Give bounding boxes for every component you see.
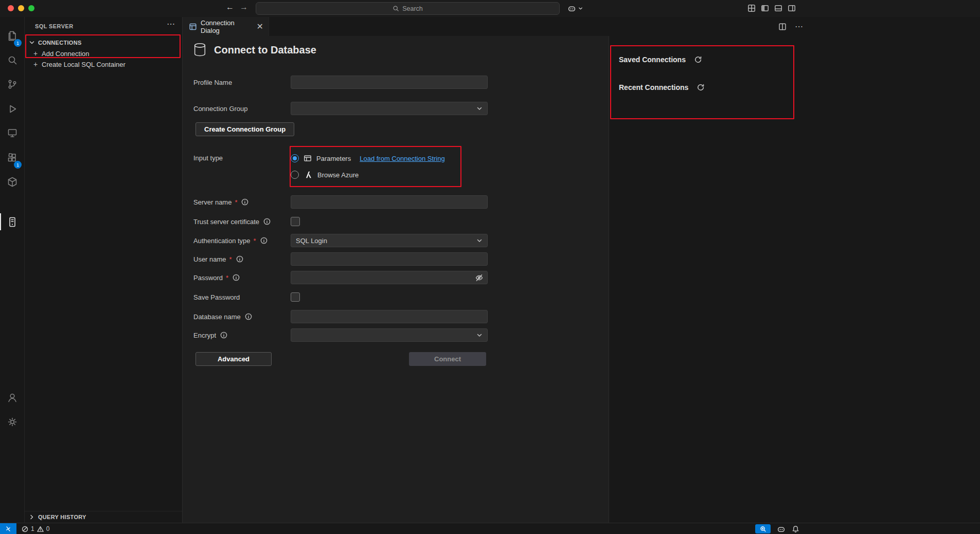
remote-indicator[interactable] (0, 523, 16, 534)
form-row-buttons: Advanced Connect (193, 352, 502, 366)
account-button[interactable] (0, 385, 25, 409)
account-icon (6, 391, 19, 403)
encrypt-select[interactable] (291, 328, 488, 342)
authentication-type-select[interactable]: SQL Login (291, 234, 488, 247)
encrypt-label: Encrypt (193, 328, 291, 342)
refresh-icon[interactable] (697, 83, 705, 91)
more-actions-icon[interactable]: ⋯ (795, 22, 803, 31)
error-count: 1 (31, 525, 34, 532)
connect-button[interactable]: Connect (409, 352, 486, 366)
zoom-in-icon (760, 526, 767, 532)
form-row-database-name: Database name (193, 310, 488, 323)
back-button[interactable]: ← (225, 3, 235, 12)
sidebar-item-search[interactable] (0, 48, 25, 72)
user-name-input[interactable] (291, 252, 488, 266)
page-header: Connect to Database (192, 42, 316, 58)
connections-panel: Saved Connections Recent Connections (609, 36, 980, 523)
authentication-type-label: Authentication type* (193, 234, 291, 247)
customize-layout-icon[interactable] (747, 4, 756, 12)
titlebar: ← → Search (0, 0, 980, 17)
form-row-server-name: Server name* (193, 195, 488, 209)
status-bar-right (755, 523, 799, 534)
azure-icon (304, 170, 313, 179)
search-icon (393, 5, 399, 12)
minimize-window-button[interactable] (18, 5, 24, 11)
create-connection-group-button[interactable]: Create Connection Group (195, 122, 294, 136)
sidebar-item-explorer[interactable]: 1 (0, 24, 25, 48)
zoom-window-button[interactable] (28, 5, 34, 11)
toggle-panel-icon[interactable] (774, 4, 782, 12)
warnings-icon (37, 526, 44, 532)
password-input[interactable] (291, 271, 488, 284)
password-label: Password* (193, 271, 291, 284)
add-connection-label: Add Connection (42, 50, 90, 58)
form-row-authentication-type: Authentication type* SQL Login (193, 234, 488, 247)
connection-group-select[interactable] (291, 102, 488, 115)
toggle-secondary-sidebar-icon[interactable] (788, 4, 796, 12)
info-icon (236, 255, 243, 263)
save-password-checkbox[interactable] (291, 292, 300, 302)
database-name-input[interactable] (291, 310, 488, 323)
refresh-icon[interactable] (694, 56, 702, 64)
copilot-icon[interactable] (777, 525, 786, 533)
server-name-input[interactable] (291, 195, 488, 209)
browse-azure-radio[interactable] (291, 171, 299, 179)
explorer-badge: 1 (14, 39, 22, 47)
create-local-sql-container-item[interactable]: + Create Local SQL Container (25, 59, 182, 70)
tab-connection-dialog[interactable]: Connection Dialog ✕ (183, 17, 269, 36)
connection-dialog-webview: Connect to Database Profile Name Connect… (183, 36, 609, 523)
close-tab-icon[interactable]: ✕ (257, 22, 263, 31)
parameters-radio[interactable] (291, 154, 299, 162)
saved-connections-row: Saved Connections (619, 56, 702, 64)
authentication-type-value: SQL Login (296, 237, 327, 245)
eye-off-icon[interactable] (475, 273, 484, 282)
split-editor-icon[interactable] (778, 23, 787, 31)
add-connection-item[interactable]: + Add Connection (25, 48, 182, 59)
copilot-menu-button[interactable] (567, 4, 583, 13)
query-history-section-header[interactable]: QUERY HISTORY (25, 511, 182, 522)
editor-tab-bar: Connection Dialog ✕ ⋯ (183, 17, 980, 36)
connections-section-label: CONNECTIONS (38, 40, 82, 46)
forward-button[interactable]: → (239, 3, 249, 12)
parameters-label: Parameters (316, 155, 351, 162)
status-bar: 1 0 (0, 523, 980, 534)
sidebar-item-run-debug[interactable] (0, 97, 25, 121)
command-center-search[interactable]: Search (256, 2, 560, 15)
trust-server-certificate-label: Trust server certificate (193, 215, 291, 228)
sidebar-item-source-control[interactable] (0, 72, 25, 96)
layout-controls (747, 4, 796, 12)
more-actions-icon[interactable]: ⋯ (167, 19, 175, 29)
problems-indicator[interactable]: 1 0 (22, 523, 49, 534)
server-name-label: Server name* (193, 195, 291, 209)
bell-icon[interactable] (792, 525, 799, 533)
trust-server-certificate-checkbox[interactable] (291, 217, 300, 226)
plus-icon: + (33, 60, 38, 68)
sidebar-item-sql-server[interactable] (0, 210, 25, 234)
connections-section-header[interactable]: CONNECTIONS (25, 37, 182, 48)
zoom-indicator[interactable] (755, 524, 771, 533)
info-icon (233, 274, 240, 281)
sidebar-item-containers[interactable] (0, 170, 25, 194)
info-icon (245, 313, 252, 320)
form-row-password: Password* (193, 271, 488, 284)
sql-server-icon (6, 216, 19, 228)
advanced-button[interactable]: Advanced (195, 352, 272, 366)
close-window-button[interactable] (8, 5, 14, 11)
settings-gear-button[interactable] (0, 410, 25, 434)
chevron-down-icon (476, 105, 483, 112)
profile-name-input[interactable] (291, 76, 488, 89)
form-row-save-password: Save Password (193, 290, 488, 304)
sidebar-item-extensions[interactable]: 1 (0, 145, 25, 170)
form-row-create-group: Create Connection Group (193, 122, 294, 137)
save-password-label: Save Password (193, 290, 291, 304)
toggle-primary-sidebar-icon[interactable] (761, 4, 769, 12)
input-type-label: Input type (193, 152, 291, 181)
load-from-connection-string-link[interactable]: Load from Connection String (360, 155, 444, 162)
sidebar-item-remote-explorer[interactable] (0, 121, 25, 145)
browse-azure-label: Browse Azure (317, 171, 359, 179)
warning-count: 0 (46, 525, 50, 532)
parameters-radio-row: Parameters Load from Connection String (291, 152, 445, 165)
form-row-connection-group: Connection Group (193, 102, 488, 115)
chevron-down-icon (29, 40, 35, 46)
form-row-user-name: User name* (193, 252, 488, 266)
